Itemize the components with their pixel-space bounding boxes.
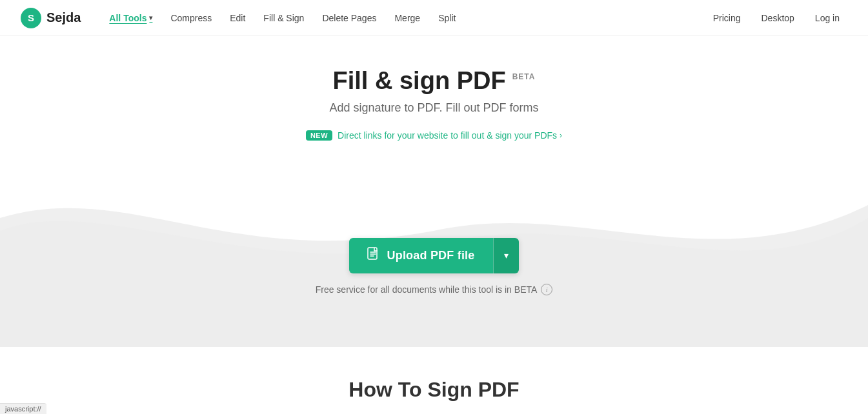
- title-wrapper: Fill & sign PDF BETA: [329, 67, 538, 95]
- new-link-wrapper: NEW Direct links for your website to fil…: [306, 130, 562, 141]
- pdf-doc-icon: [367, 247, 380, 264]
- header-right: Pricing Desktop Log in: [705, 8, 847, 28]
- chevron-right-icon: ›: [560, 131, 562, 140]
- logo-link[interactable]: S Sejda: [21, 8, 81, 28]
- free-service-text: Free service for all documents while thi…: [316, 284, 553, 295]
- svg-rect-0: [368, 248, 377, 259]
- wave-section: Upload PDF file ▾ Free service for all d…: [0, 166, 868, 347]
- logo-icon: S: [21, 8, 41, 28]
- nav-pricing[interactable]: Pricing: [705, 8, 749, 28]
- nav-all-tools[interactable]: All Tools ▾: [101, 8, 160, 28]
- main-nav: All Tools ▾ Compress Edit Fill & Sign De…: [101, 8, 705, 28]
- nav-desktop[interactable]: Desktop: [753, 8, 802, 28]
- upload-pdf-button[interactable]: Upload PDF file: [349, 238, 492, 273]
- logo-name: Sejda: [46, 10, 81, 25]
- dropdown-arrow-icon: ▾: [504, 250, 509, 261]
- site-header: S Sejda All Tools ▾ Compress Edit Fill &…: [0, 0, 868, 36]
- status-bar: javascript://: [0, 403, 46, 414]
- upload-button-group: Upload PDF file ▾: [349, 238, 518, 273]
- nav-merge[interactable]: Merge: [387, 8, 428, 28]
- info-icon[interactable]: i: [541, 284, 552, 295]
- nav-split[interactable]: Split: [430, 8, 463, 28]
- nav-fill-sign[interactable]: Fill & Sign: [256, 8, 312, 28]
- page-title: Fill & sign PDF: [333, 67, 506, 95]
- new-link[interactable]: Direct links for your website to fill ou…: [338, 130, 562, 141]
- bottom-heading-section: How To Sign PDF: [348, 347, 519, 414]
- how-to-sign-heading: How To Sign PDF: [348, 378, 519, 402]
- upload-dropdown-button[interactable]: ▾: [493, 238, 519, 273]
- nav-delete-pages[interactable]: Delete Pages: [314, 8, 384, 28]
- page-subtitle: Add signature to PDF. Fill out PDF forms: [329, 101, 538, 115]
- nav-compress[interactable]: Compress: [163, 8, 219, 28]
- beta-badge: BETA: [512, 72, 536, 81]
- nav-login[interactable]: Log in: [807, 8, 847, 28]
- main-content: Fill & sign PDF BETA Add signature to PD…: [0, 36, 868, 414]
- upload-content: Upload PDF file ▾ Free service for all d…: [316, 238, 553, 295]
- title-section: Fill & sign PDF BETA Add signature to PD…: [329, 67, 538, 115]
- new-badge: NEW: [306, 130, 332, 141]
- nav-edit[interactable]: Edit: [222, 8, 253, 28]
- chevron-down-icon: ▾: [149, 14, 152, 21]
